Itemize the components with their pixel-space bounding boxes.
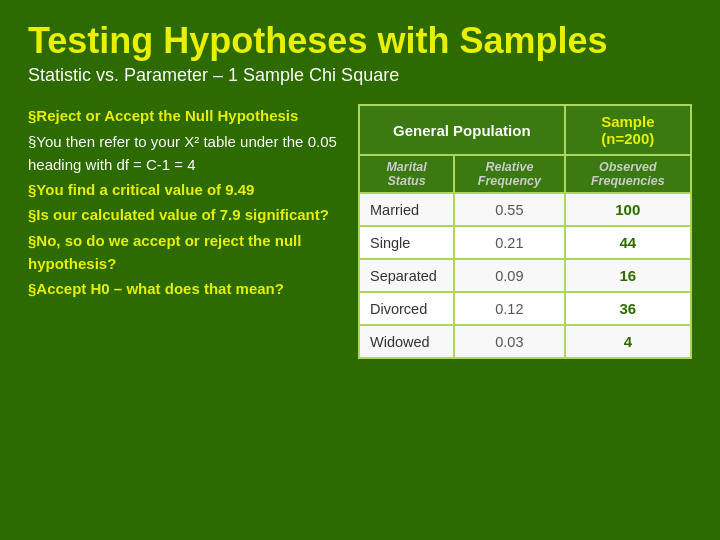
table-row: Single0.2144 xyxy=(359,226,691,259)
observed-freq-cell: 44 xyxy=(565,226,691,259)
table-row: Separated0.0916 xyxy=(359,259,691,292)
marital-status-cell: Single xyxy=(359,226,454,259)
bullet-item: §No, so do we accept or reject the null … xyxy=(28,229,338,276)
marital-status-cell: Divorced xyxy=(359,292,454,325)
bullet-item: §Is our calculated value of 7.9 signific… xyxy=(28,203,338,226)
table-header-sub: Marital Status Relative Frequency Observ… xyxy=(359,155,691,193)
relative-freq-cell: 0.12 xyxy=(454,292,564,325)
table-row: Divorced0.1236 xyxy=(359,292,691,325)
right-panel: General Population Sample (n=200) Marita… xyxy=(358,104,692,359)
observed-freq-cell: 4 xyxy=(565,325,691,358)
table-header-top: General Population Sample (n=200) xyxy=(359,105,691,155)
relative-frequency-subheader: Relative Frequency xyxy=(454,155,564,193)
slide: Testing Hypotheses with Samples Statisti… xyxy=(0,0,720,540)
relative-freq-cell: 0.21 xyxy=(454,226,564,259)
left-panel: §Reject or Accept the Null Hypothesis§Yo… xyxy=(28,104,338,302)
data-table: General Population Sample (n=200) Marita… xyxy=(358,104,692,359)
observed-freq-cell: 100 xyxy=(565,193,691,226)
observed-frequencies-subheader: Observed Frequencies xyxy=(565,155,691,193)
marital-status-cell: Married xyxy=(359,193,454,226)
bullet-item: §You then refer to your X² table under t… xyxy=(28,130,338,177)
content-area: §Reject or Accept the Null Hypothesis§Yo… xyxy=(28,104,692,359)
marital-status-cell: Widowed xyxy=(359,325,454,358)
observed-freq-cell: 16 xyxy=(565,259,691,292)
general-population-header: General Population xyxy=(359,105,565,155)
main-title: Testing Hypotheses with Samples xyxy=(28,20,692,61)
bullet-item: §You find a critical value of 9.49 xyxy=(28,178,338,201)
bullet-item: §Reject or Accept the Null Hypothesis xyxy=(28,104,338,127)
observed-freq-cell: 36 xyxy=(565,292,691,325)
subtitle: Statistic vs. Parameter – 1 Sample Chi S… xyxy=(28,65,692,86)
relative-freq-cell: 0.55 xyxy=(454,193,564,226)
bullet-item: §Accept H0 – what does that mean? xyxy=(28,277,338,300)
relative-freq-cell: 0.09 xyxy=(454,259,564,292)
sample-header: Sample (n=200) xyxy=(565,105,691,155)
table-row: Married0.55100 xyxy=(359,193,691,226)
table-row: Widowed0.034 xyxy=(359,325,691,358)
marital-status-subheader: Marital Status xyxy=(359,155,454,193)
relative-freq-cell: 0.03 xyxy=(454,325,564,358)
marital-status-cell: Separated xyxy=(359,259,454,292)
